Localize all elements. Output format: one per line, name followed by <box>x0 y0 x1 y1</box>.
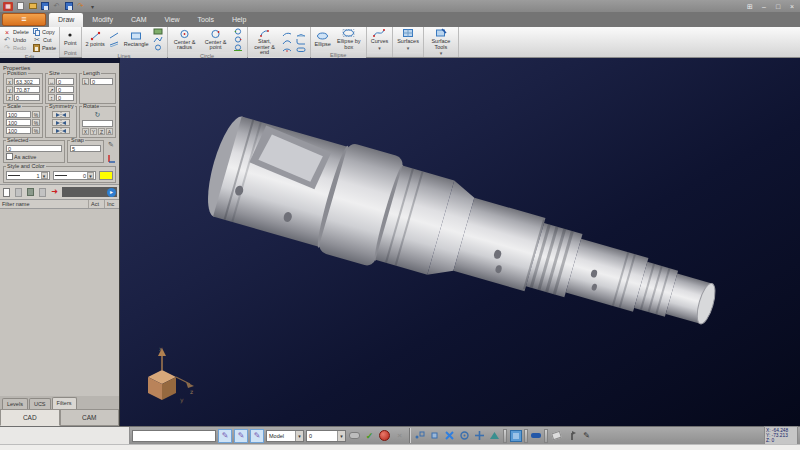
delete-button[interactable]: × Delete <box>3 28 29 36</box>
length-field[interactable]: 0 <box>90 78 113 85</box>
tab-help[interactable]: Help <box>223 13 255 27</box>
snap-quadrant-icon[interactable] <box>458 429 471 442</box>
size-w-field[interactable]: 0 <box>56 78 74 85</box>
percent-button[interactable]: % <box>32 119 40 126</box>
level-select[interactable]: 0 ▾ <box>306 430 346 442</box>
y-axis-button[interactable]: y <box>6 86 13 93</box>
position-z-field[interactable]: 0 <box>14 94 40 101</box>
eraser-icon[interactable] <box>550 429 563 442</box>
circle-tangent-icon[interactable] <box>233 44 244 51</box>
snap-endpoint-icon[interactable] <box>428 429 441 442</box>
chevron-down-icon[interactable]: ▾ <box>41 172 48 179</box>
tab-cam-tree[interactable]: CAM <box>60 409 120 426</box>
position-x-field[interactable]: 63.302 <box>14 78 40 85</box>
pin-icon[interactable] <box>565 429 578 442</box>
chevron-down-icon[interactable]: ▾ <box>337 431 345 441</box>
copy-filter-icon[interactable] <box>38 187 47 197</box>
chevron-down-icon[interactable]: ▾ <box>295 431 303 441</box>
circle-center-point-button[interactable]: Center & point <box>202 29 230 51</box>
paste-button[interactable]: Paste <box>33 44 56 52</box>
polyline-icon[interactable] <box>153 36 164 43</box>
undo-button[interactable]: ↶ Undo <box>3 36 29 44</box>
x-axis-button[interactable]: x <box>6 78 13 85</box>
save-icon[interactable] <box>40 2 49 11</box>
ucs-axes-icon[interactable] <box>106 153 116 163</box>
column-filter-name[interactable]: Filter name <box>0 200 89 208</box>
toolbar-splitter[interactable] <box>524 429 528 443</box>
tab-cam[interactable]: CAM <box>122 13 156 27</box>
snap-point-icon[interactable] <box>413 429 426 442</box>
toolbar-splitter[interactable] <box>544 429 548 443</box>
rotate-z-button[interactable]: Z <box>98 128 105 135</box>
tab-modify[interactable]: Modify <box>83 13 122 27</box>
arc-tangent-icon[interactable] <box>282 38 293 45</box>
tab-levels[interactable]: Levels <box>2 398 28 409</box>
new-filter-icon[interactable] <box>2 187 11 197</box>
percent-button[interactable]: % <box>32 127 40 134</box>
mirror-z-button[interactable] <box>52 127 70 134</box>
tab-tools[interactable]: Tools <box>189 13 223 27</box>
mirror-y-button[interactable] <box>52 119 70 126</box>
model-space-select[interactable]: Model ▾ <box>266 430 304 442</box>
sketch-pencil-icon[interactable]: ✎ <box>580 429 593 442</box>
arc-chord-icon[interactable] <box>296 30 307 37</box>
line-2-points-button[interactable]: 2 points <box>85 31 106 48</box>
mirror-x-button[interactable] <box>52 111 70 118</box>
redo-button[interactable]: ↷ Redo <box>3 44 29 52</box>
arc-fillet-icon[interactable] <box>296 38 307 45</box>
arc-3point-icon[interactable] <box>282 30 293 37</box>
delete-filter-icon[interactable] <box>26 187 35 197</box>
curves-dropdown-button[interactable]: Curves ▾ <box>370 28 389 51</box>
workplane-button[interactable] <box>509 429 522 442</box>
tab-view[interactable]: View <box>156 13 189 27</box>
viewport-3d[interactable]: x z y <box>120 58 800 426</box>
undo-icon[interactable]: ↶ <box>52 2 61 11</box>
tab-filters[interactable]: Filters <box>52 397 77 409</box>
tab-draw[interactable]: Draw <box>49 13 83 27</box>
line-style-select[interactable]: 1 ▾ <box>6 171 50 180</box>
app-icon[interactable]: ▦ <box>3 2 13 11</box>
snap-field[interactable]: 5 <box>70 145 101 152</box>
minimize-button[interactable]: – <box>759 2 769 11</box>
orientation-triad[interactable]: x z y <box>136 344 198 406</box>
ellipse-button[interactable]: Ellipse <box>314 31 332 48</box>
surfaces-dropdown-button[interactable]: Surfaces ▾ <box>396 28 420 51</box>
redo-icon[interactable]: ↷ <box>76 2 85 11</box>
copy-button[interactable]: Copy <box>33 28 56 36</box>
close-button[interactable]: × <box>787 2 797 11</box>
size-h-field[interactable]: 0 <box>56 86 74 93</box>
line-parallel-icon[interactable] <box>109 40 120 47</box>
circle-3point-icon[interactable] <box>233 36 244 43</box>
rotate-angle-field[interactable] <box>82 120 113 127</box>
color-swatch[interactable] <box>99 171 113 180</box>
line-angle-icon[interactable] <box>109 32 120 39</box>
record-stop-button[interactable] <box>378 429 391 442</box>
sketch-icon[interactable] <box>153 28 164 35</box>
snap-settings-toggle-1[interactable]: ✎ <box>218 429 232 443</box>
command-input[interactable] <box>132 430 216 442</box>
gear-profile-icon[interactable] <box>153 44 164 51</box>
arc-start-center-end-button[interactable]: Start, center & end <box>251 28 279 56</box>
model-shaft[interactable] <box>120 58 800 426</box>
position-y-field[interactable]: 70.87 <box>14 86 40 93</box>
z-axis-button[interactable]: z <box>6 94 13 101</box>
surface-tools-dropdown-button[interactable]: Surface Tools ▾ <box>427 28 455 57</box>
toolbar-splitter[interactable] <box>503 429 507 443</box>
as-active-checkbox[interactable] <box>6 153 13 160</box>
point-button[interactable]: Point <box>63 30 78 47</box>
open-file-icon[interactable] <box>28 2 37 11</box>
arc-slot-icon[interactable] <box>296 46 307 53</box>
size-d-field[interactable]: 0 <box>56 94 74 101</box>
view-bar-button[interactable] <box>530 430 542 442</box>
percent-button[interactable]: % <box>32 111 40 118</box>
arc-radius-icon[interactable] <box>282 46 293 53</box>
rotate-x-button[interactable]: X <box>82 128 89 135</box>
snap-intersection-icon[interactable] <box>473 429 486 442</box>
scale-z-field[interactable]: 100 <box>6 127 31 134</box>
quick-access-dropdown-icon[interactable]: ▾ <box>88 2 97 11</box>
line-weight-select[interactable]: 0 ▾ <box>53 171 97 180</box>
maximize-button[interactable]: □ <box>773 2 783 11</box>
snap-settings-toggle-3[interactable]: ✎ <box>250 429 264 443</box>
scale-y-field[interactable]: 100 <box>6 119 31 126</box>
confirm-button[interactable]: ✓ <box>363 429 376 442</box>
